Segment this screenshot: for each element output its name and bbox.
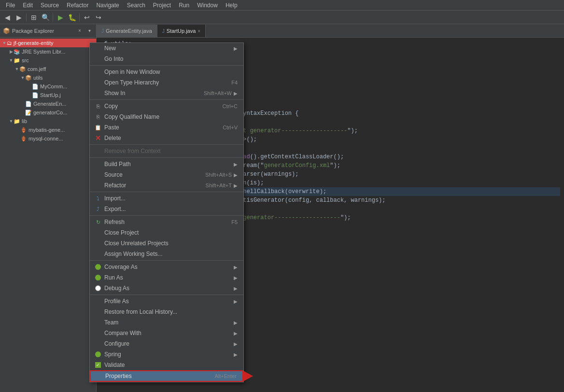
- cm-profile-as-icon: [94, 297, 102, 306]
- tree-arrow-jre: ▶: [9, 49, 14, 54]
- tab-close-startup[interactable]: ×: [197, 28, 200, 34]
- cm-paste-icon: 📋: [94, 123, 102, 132]
- tree-icon-mysql: 🏺: [20, 136, 27, 142]
- cm-show-in[interactable]: Show In Shift+Alt+W ▶: [90, 88, 243, 98]
- cm-remove-context-icon: [94, 147, 102, 155]
- cm-source-arrow: ▶: [234, 172, 238, 178]
- cm-build-path[interactable]: Build Path ▶: [90, 159, 243, 169]
- cm-restore-history-icon: [94, 308, 102, 316]
- tree-icon-generatorc: 📝: [25, 110, 32, 116]
- cm-paste-shortcut: Ctrl+V: [223, 125, 238, 130]
- menu-source[interactable]: Source: [37, 1, 63, 10]
- cm-refactor-label: Refactor: [104, 182, 202, 189]
- menu-edit[interactable]: Edit: [19, 1, 37, 10]
- cm-run-as[interactable]: Run As ▶: [90, 272, 243, 283]
- cm-spring[interactable]: Spring ▶: [90, 349, 243, 360]
- panel-menu-btn[interactable]: ▾: [85, 27, 93, 35]
- cm-profile-as[interactable]: Profile As ▶: [90, 296, 243, 307]
- tree-item-root[interactable]: ▼ 🗂 jf-generate-entity: [0, 39, 96, 47]
- cm-open-type-hierarchy[interactable]: Open Type Hierarchy F4: [90, 77, 243, 88]
- menu-search[interactable]: Search: [123, 1, 149, 10]
- cm-remove-context-label: Remove from Context: [104, 148, 238, 154]
- cm-compare-with[interactable]: Compare With ▶: [90, 328, 243, 338]
- cm-team-icon: [94, 318, 102, 327]
- tree-icon-jre: 📚: [14, 49, 20, 55]
- toolbar-btn-6[interactable]: ↪: [93, 12, 104, 23]
- cm-delete[interactable]: ✕ Delete: [90, 133, 243, 143]
- tab-startup[interactable]: J StartUp.java ×: [157, 25, 206, 37]
- cm-source[interactable]: Source Shift+Alt+S ▶: [90, 169, 243, 180]
- cm-team-arrow: ▶: [234, 320, 238, 325]
- cm-import-icon: ⤵: [94, 194, 102, 203]
- cm-configure[interactable]: Configure ▶: [90, 338, 243, 349]
- cm-copy-label: Copy: [104, 103, 219, 110]
- cm-restore-history[interactable]: Restore from Local History...: [90, 307, 243, 317]
- cm-close-project[interactable]: Close Project: [90, 227, 243, 238]
- toolbar-run-btn[interactable]: ▶: [55, 12, 66, 23]
- cm-debug-as[interactable]: Debug As ▶: [90, 283, 243, 294]
- cm-close-unrelated[interactable]: Close Unrelated Projects: [90, 238, 243, 249]
- toolbar-btn-4[interactable]: 🔍: [40, 12, 51, 23]
- cm-assign-working-sets[interactable]: Assign Working Sets...: [90, 249, 243, 259]
- toolbar-btn-2[interactable]: ▶: [14, 12, 24, 23]
- cm-delete-label: Delete: [104, 135, 238, 141]
- cm-spring-icon: [94, 350, 102, 359]
- cm-refactor[interactable]: Refactor Shift+Alt+T ▶: [90, 180, 243, 191]
- cm-properties[interactable]: Properties Alt+Enter: [90, 370, 243, 382]
- cm-validate[interactable]: ✓ Validate: [90, 360, 243, 370]
- menu-window[interactable]: Window: [193, 1, 222, 10]
- cm-sep-4: [90, 157, 243, 158]
- tab-generateentity[interactable]: J GenerateEntity.java: [97, 25, 157, 37]
- toolbar-sep-1: [26, 13, 27, 22]
- cm-team[interactable]: Team ▶: [90, 317, 243, 328]
- tree-label-comjeff: com.jeff: [28, 66, 46, 72]
- menu-run[interactable]: Run: [175, 1, 193, 10]
- tree-label-startup: StartUp.j: [40, 92, 61, 98]
- cm-compare-with-arrow: ▶: [234, 331, 238, 336]
- tree-icon-mybatis: 🏺: [20, 127, 27, 133]
- cm-open-new-window[interactable]: Open in New Window: [90, 67, 243, 77]
- cm-sep-5: [90, 192, 243, 192]
- menu-help[interactable]: Help: [222, 1, 241, 10]
- tree-item-generatee[interactable]: ▶ 📄 GenerateEn...: [0, 99, 96, 108]
- package-explorer-tree: ▼ 🗂 jf-generate-entity ▶ 📚 JRE System Li…: [0, 38, 96, 392]
- toolbar-btn-5[interactable]: ↩: [82, 12, 92, 23]
- cm-copy-qualified[interactable]: ⎘ Copy Qualified Name: [90, 112, 243, 122]
- toolbar-btn-3[interactable]: ⊞: [28, 12, 39, 23]
- tree-item-mycomm[interactable]: ▶ 📄 MyComm...: [0, 82, 96, 91]
- tree-item-lib[interactable]: ▼ 📁 lib: [0, 117, 96, 126]
- cm-export[interactable]: ⤴ Export...: [90, 204, 243, 214]
- cm-copy[interactable]: ⎘ Copy Ctrl+C: [90, 101, 243, 112]
- tree-item-comjeff[interactable]: ▼ 📦 com.jeff: [0, 65, 96, 73]
- toolbar-btn-1[interactable]: ◀: [2, 12, 13, 23]
- cm-refresh[interactable]: ↻ Refresh F5: [90, 217, 243, 227]
- cm-coverage-as[interactable]: Coverage As ▶: [90, 262, 243, 272]
- menu-file[interactable]: File: [2, 1, 19, 10]
- cm-configure-icon: [94, 339, 102, 348]
- tree-item-utils[interactable]: ▼ 📦 utils: [0, 73, 96, 82]
- menu-project[interactable]: Project: [149, 1, 175, 10]
- cm-copy-qualified-label: Copy Qualified Name: [104, 113, 238, 120]
- cm-gointo[interactable]: Go Into: [90, 54, 243, 64]
- tree-item-startup[interactable]: ▶ 📄 StartUp.j: [0, 91, 96, 99]
- tree-item-mysql[interactable]: ▶ 🏺 mysql-conne...: [0, 134, 96, 143]
- cm-delete-icon: ✕: [94, 134, 102, 142]
- cm-assign-working-sets-label: Assign Working Sets...: [104, 251, 238, 257]
- tree-label-generatee: GenerateEn...: [33, 101, 67, 107]
- tree-item-jre[interactable]: ▶ 📚 JRE System Libr...: [0, 47, 96, 56]
- toolbar-sep-3: [79, 13, 80, 22]
- cm-new[interactable]: New ▶: [90, 43, 243, 54]
- tree-item-generatorc[interactable]: ▶ 📝 generatorCo...: [0, 108, 96, 117]
- tree-icon-src: 📁: [14, 57, 20, 64]
- tree-item-mybatis[interactable]: ▶ 🏺 mybatis-gene...: [0, 126, 96, 134]
- cm-paste[interactable]: 📋 Paste Ctrl+V: [90, 122, 243, 133]
- cm-validate-label: Validate: [104, 362, 238, 368]
- cm-import[interactable]: ⤵ Import...: [90, 193, 243, 204]
- panel-minimize-btn[interactable]: ×: [76, 27, 84, 35]
- menu-refactor[interactable]: Refactor: [63, 1, 92, 10]
- cm-debug-as-arrow: ▶: [234, 286, 238, 291]
- tree-item-src[interactable]: ▼ 📁 src: [0, 56, 96, 65]
- cm-paste-label: Paste: [104, 124, 219, 131]
- menu-navigate[interactable]: Navigate: [92, 1, 123, 10]
- toolbar-debug-btn[interactable]: 🐛: [67, 12, 77, 23]
